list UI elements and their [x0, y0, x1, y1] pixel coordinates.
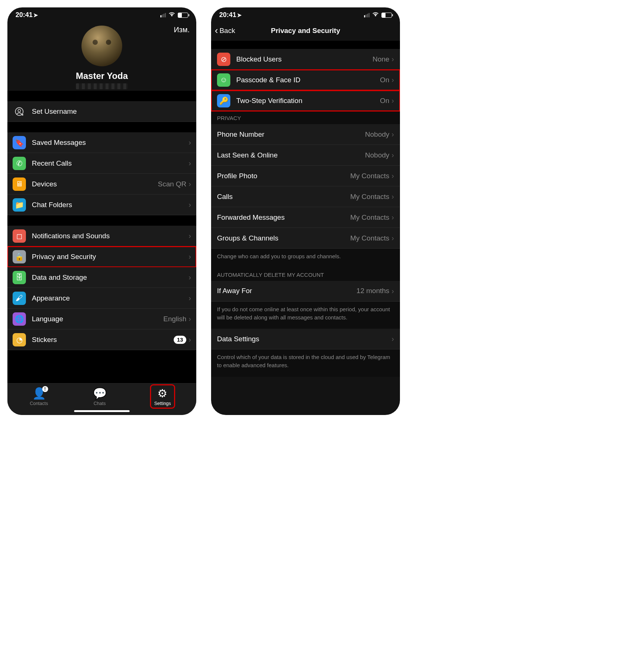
passcode-row[interactable]: ☺ Passcode & Face ID On ›: [211, 70, 400, 90]
profile-name: Master Yoda: [7, 71, 196, 81]
chevron-right-icon: ›: [188, 232, 191, 240]
chevron-right-icon: ›: [391, 172, 394, 180]
key-icon: 🔑: [217, 94, 230, 107]
twostep-label: Two-Step Verification: [236, 97, 380, 105]
username-icon: [13, 105, 26, 118]
tab-settings-label: Settings: [154, 401, 171, 406]
chevron-right-icon: ›: [391, 76, 394, 84]
chevron-right-icon: ›: [391, 96, 394, 105]
chevron-right-icon: ›: [188, 180, 191, 188]
chevron-right-icon: ›: [188, 159, 191, 167]
stickers-row[interactable]: ◔ Stickers 13 ›: [7, 329, 196, 350]
location-icon: ➤: [33, 12, 38, 18]
phone-number-row[interactable]: Phone Number Nobody ›: [211, 124, 400, 145]
blocked-users-row[interactable]: ⊘ Blocked Users None ›: [211, 49, 400, 70]
blocked-users-label: Blocked Users: [236, 55, 373, 63]
notifications-row[interactable]: ◻ Notifications and Sounds ›: [7, 226, 196, 246]
phone-number-label: Phone Number: [217, 130, 365, 139]
calls-row[interactable]: Calls My Contacts ›: [211, 186, 400, 207]
saved-messages-label: Saved Messages: [32, 139, 188, 147]
data-settings-footer: Control which of your data is stored in …: [211, 349, 400, 377]
groups-row[interactable]: Groups & Channels My Contacts ›: [211, 228, 400, 249]
recent-calls-row[interactable]: ✆ Recent Calls ›: [7, 153, 196, 174]
back-label: Back: [220, 27, 235, 35]
wifi-icon: [372, 11, 379, 19]
appearance-row[interactable]: 🖌 Appearance ›: [7, 288, 196, 309]
away-row[interactable]: If Away For 12 months ›: [211, 281, 400, 302]
privacy-security-screen: 20:41➤ ‹ Back Privacy and Security ⊘ Blo…: [211, 7, 400, 415]
chevron-right-icon: ›: [188, 294, 191, 302]
tab-contacts[interactable]: 👤! Contacts: [30, 387, 48, 406]
chevron-right-icon: ›: [391, 55, 394, 63]
lock-icon: 🔒: [13, 250, 26, 263]
twostep-row[interactable]: 🔑 Two-Step Verification On ›: [211, 90, 400, 111]
status-bar: 20:41➤: [211, 7, 400, 20]
home-indicator[interactable]: [74, 410, 130, 412]
language-label: Language: [32, 315, 163, 323]
saved-messages-row[interactable]: 🔖 Saved Messages ›: [7, 132, 196, 153]
brush-icon: 🖌: [13, 292, 26, 305]
data-settings-row[interactable]: Data Settings ›: [211, 329, 400, 349]
location-icon: ➤: [237, 12, 242, 18]
forwarded-label: Forwarded Messages: [217, 213, 350, 222]
set-username-row[interactable]: Set Username: [7, 101, 196, 122]
section-privacy-title: PRIVACY: [211, 111, 400, 124]
status-time: 20:41: [16, 11, 33, 19]
calls-label: Calls: [217, 193, 350, 201]
auto-footer: If you do not come online at least once …: [211, 302, 400, 329]
language-value: English: [163, 315, 186, 323]
chevron-right-icon: ›: [188, 200, 191, 209]
settings-screen: 20:41➤ Изм. Master Yoda Set Username 🔖 S…: [7, 7, 196, 415]
chevron-right-icon: ›: [391, 192, 394, 201]
chevron-right-icon: ›: [391, 234, 394, 242]
privacy-security-row[interactable]: 🔒 Privacy and Security ›: [7, 246, 196, 267]
forwarded-row[interactable]: Forwarded Messages My Contacts ›: [211, 207, 400, 228]
tab-settings[interactable]: ⚙ Settings: [151, 385, 174, 408]
bookmark-icon: 🔖: [13, 136, 26, 149]
chevron-right-icon: ›: [391, 335, 394, 343]
language-row[interactable]: 🌐 Language English ›: [7, 309, 196, 329]
wifi-icon: [168, 11, 176, 19]
faceid-icon: ☺: [217, 73, 230, 87]
svg-point-1: [18, 109, 21, 112]
tab-chats[interactable]: 💬 Chats: [93, 387, 107, 406]
devices-value: Scan QR: [158, 180, 186, 188]
chevron-right-icon: ›: [188, 273, 191, 282]
contacts-icon: 👤!: [32, 387, 46, 400]
gear-icon: ⚙: [157, 387, 167, 400]
block-icon: ⊘: [217, 53, 230, 66]
devices-icon: 🖥: [13, 177, 26, 191]
chevron-right-icon: ›: [391, 151, 394, 159]
edit-button[interactable]: Изм.: [174, 26, 190, 34]
nav-bar: ‹ Back Privacy and Security: [211, 20, 400, 41]
globe-icon: 🌐: [13, 312, 26, 326]
privacy-footer: Change who can add you to groups and cha…: [211, 249, 400, 268]
away-label: If Away For: [217, 287, 357, 295]
chevron-right-icon: ›: [188, 335, 191, 344]
avatar[interactable]: [81, 26, 122, 66]
back-button[interactable]: ‹ Back: [215, 25, 235, 36]
data-storage-label: Data and Storage: [32, 273, 188, 282]
stickers-label: Stickers: [32, 336, 174, 344]
chat-folders-row[interactable]: 📁 Chat Folders ›: [7, 195, 196, 215]
chevron-right-icon: ›: [188, 315, 191, 323]
page-title: Privacy and Security: [271, 27, 340, 35]
phone-icon: ✆: [13, 157, 26, 170]
tab-chats-label: Chats: [94, 401, 106, 406]
profile-photo-value: My Contacts: [350, 172, 390, 180]
section-auto-title: AUTOMATICALLY DELETE MY ACCOUNT: [211, 268, 400, 281]
groups-label: Groups & Channels: [217, 234, 350, 242]
chevron-right-icon: ›: [188, 252, 191, 261]
profile-photo-label: Profile Photo: [217, 172, 350, 180]
battery-icon: [381, 13, 392, 18]
chevron-right-icon: ›: [188, 138, 191, 147]
phone-number-value: Nobody: [365, 130, 390, 139]
data-storage-row[interactable]: 🗄 Data and Storage ›: [7, 267, 196, 288]
devices-row[interactable]: 🖥 Devices Scan QR ›: [7, 174, 196, 195]
profile-photo-row[interactable]: Profile Photo My Contacts ›: [211, 166, 400, 186]
last-seen-value: Nobody: [365, 151, 390, 159]
forwarded-value: My Contacts: [350, 213, 390, 222]
last-seen-row[interactable]: Last Seen & Online Nobody ›: [211, 145, 400, 166]
chevron-right-icon: ›: [391, 130, 394, 139]
blocked-users-value: None: [373, 55, 389, 63]
